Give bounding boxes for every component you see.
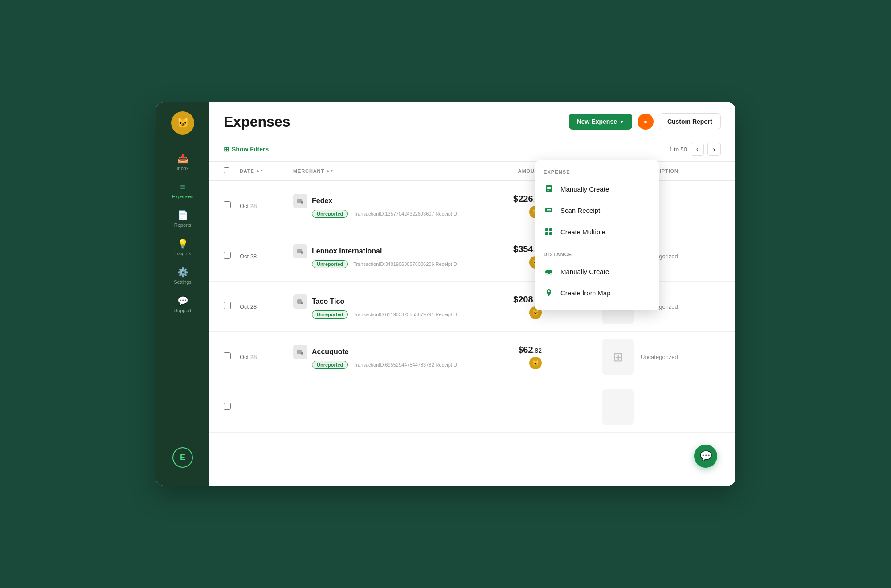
row-checkbox-5[interactable] bbox=[224, 403, 231, 410]
document-icon bbox=[544, 184, 554, 194]
new-expense-button[interactable]: New Expense ▼ bbox=[569, 114, 632, 130]
grid-icon bbox=[544, 226, 554, 237]
sidebar-item-inbox[interactable]: 📥 Inbox bbox=[156, 148, 209, 176]
page-title: Expenses bbox=[224, 114, 290, 130]
user-initial: E bbox=[180, 453, 185, 462]
avatar: 🐱 bbox=[529, 357, 542, 369]
sidebar-item-label: Settings bbox=[174, 279, 192, 285]
chat-icon: 💬 bbox=[700, 450, 712, 462]
row-checkbox-1[interactable] bbox=[224, 201, 231, 208]
filters-bar: ⊞ Show Filters 1 to 50 ‹ › bbox=[224, 137, 721, 161]
prev-page-button[interactable]: ‹ bbox=[691, 143, 704, 156]
notification-icon: ● bbox=[644, 118, 647, 125]
manually-create-expense-label: Manually Create bbox=[560, 185, 609, 193]
svg-point-22 bbox=[550, 273, 552, 274]
svg-rect-11 bbox=[547, 190, 549, 191]
expense-amount: $62.82 bbox=[518, 345, 542, 355]
sidebar-item-label: Expenses bbox=[172, 194, 193, 199]
manually-create-distance-item[interactable]: Manually Create bbox=[535, 261, 659, 282]
col-header-merchant[interactable]: MERCHANT ▲▼ bbox=[293, 168, 480, 174]
table-row[interactable]: Oct 28 Accuquote bbox=[209, 332, 735, 382]
sidebar-item-insights[interactable]: 💡 Insights bbox=[156, 233, 209, 261]
sidebar-item-support[interactable]: 💬 Support bbox=[156, 290, 209, 318]
insights-icon: 💡 bbox=[177, 238, 188, 249]
notification-bubble[interactable]: ● bbox=[638, 114, 654, 130]
expense-date: Oct 28 bbox=[240, 303, 293, 310]
scan-receipt-label: Scan Receipt bbox=[560, 207, 600, 214]
svg-rect-12 bbox=[545, 208, 552, 212]
merchant-icon bbox=[293, 194, 307, 208]
expenses-icon: ≡ bbox=[180, 182, 185, 192]
sidebar-item-label: Insights bbox=[174, 251, 191, 256]
col-header-date[interactable]: DATE ▲▼ bbox=[240, 168, 293, 174]
expense-date: Oct 28 bbox=[240, 203, 293, 209]
show-filters-label: Show Filters bbox=[232, 146, 269, 153]
filter-icon: ⊞ bbox=[224, 146, 229, 153]
svg-point-23 bbox=[548, 290, 550, 292]
reports-icon: 📄 bbox=[177, 210, 188, 220]
svg-rect-14 bbox=[547, 211, 551, 212]
merchant-name: Accuquote bbox=[312, 348, 349, 356]
merchant-name: Fedex bbox=[312, 197, 332, 205]
create-from-map-label: Create from Map bbox=[560, 289, 611, 297]
chevron-down-icon: ▼ bbox=[620, 119, 624, 124]
svg-rect-10 bbox=[547, 188, 551, 189]
merchant-name: Taco Tico bbox=[312, 298, 344, 306]
scan-receipt-item[interactable]: Scan Receipt bbox=[535, 200, 659, 221]
status-badge: Unreported bbox=[312, 210, 348, 218]
sidebar-item-settings[interactable]: ⚙️ Settings bbox=[156, 261, 209, 290]
car-icon bbox=[544, 266, 554, 277]
create-multiple-label: Create Multiple bbox=[560, 228, 605, 236]
sidebar-logo[interactable]: 🐱 bbox=[171, 111, 194, 135]
chat-bubble-button[interactable]: 💬 bbox=[694, 445, 717, 468]
svg-rect-13 bbox=[547, 209, 551, 210]
sidebar: 🐱 📥 Inbox ≡ Expenses 📄 Reports 💡 Insight… bbox=[156, 102, 209, 486]
row-checkbox-2[interactable] bbox=[224, 252, 231, 259]
next-page-button[interactable]: › bbox=[707, 143, 721, 156]
sidebar-item-label: Reports bbox=[174, 222, 192, 228]
pagination: 1 to 50 ‹ › bbox=[669, 143, 721, 156]
svg-rect-18 bbox=[549, 232, 552, 235]
select-all-checkbox[interactable] bbox=[224, 167, 229, 173]
create-multiple-item[interactable]: Create Multiple bbox=[535, 221, 659, 242]
merchant-icon bbox=[293, 244, 307, 258]
merchant-icon bbox=[293, 345, 307, 359]
custom-report-button[interactable]: Custom Report bbox=[659, 113, 721, 130]
manually-create-distance-label: Manually Create bbox=[560, 268, 609, 275]
table-row[interactable] bbox=[209, 382, 735, 433]
sidebar-item-expenses[interactable]: ≡ Expenses bbox=[156, 176, 209, 204]
svg-rect-16 bbox=[549, 228, 552, 231]
new-expense-label: New Expense bbox=[577, 118, 617, 125]
svg-rect-17 bbox=[545, 232, 548, 235]
sidebar-item-reports[interactable]: 📄 Reports bbox=[156, 204, 209, 233]
svg-point-3 bbox=[301, 251, 303, 254]
create-from-map-item[interactable]: Create from Map bbox=[535, 282, 659, 303]
scan-icon bbox=[544, 205, 554, 216]
svg-point-21 bbox=[546, 273, 548, 274]
svg-rect-20 bbox=[547, 270, 551, 271]
receipt-grid-icon: ⊞ bbox=[613, 350, 623, 364]
pin-icon bbox=[544, 287, 554, 298]
pagination-text: 1 to 50 bbox=[669, 146, 687, 153]
inbox-icon: 📥 bbox=[177, 153, 188, 164]
expense-date: Oct 28 bbox=[240, 354, 293, 360]
expense-description: Uncategorized bbox=[641, 354, 721, 360]
row-checkbox-4[interactable] bbox=[224, 352, 231, 359]
sort-icon-merchant: ▲▼ bbox=[326, 169, 334, 173]
status-badge: Unreported bbox=[312, 310, 348, 318]
row-checkbox-3[interactable] bbox=[224, 302, 231, 309]
status-badge: Unreported bbox=[312, 361, 348, 369]
transaction-id: TransactionID:611903323553679791 Receipt… bbox=[353, 312, 458, 317]
transaction-id: TransactionID:340190630578006206 Receipt… bbox=[353, 261, 458, 267]
svg-rect-9 bbox=[547, 187, 551, 188]
expense-receipt[interactable] bbox=[602, 389, 634, 425]
expense-receipt[interactable]: ⊞ bbox=[602, 339, 634, 375]
settings-icon: ⚙️ bbox=[177, 267, 188, 278]
user-avatar[interactable]: E bbox=[172, 447, 193, 468]
svg-rect-15 bbox=[545, 228, 548, 231]
show-filters-button[interactable]: ⊞ Show Filters bbox=[224, 146, 269, 153]
manually-create-expense-item[interactable]: Manually Create bbox=[535, 178, 659, 200]
transaction-id: TransactionID:695529447844783782 Receipt… bbox=[353, 362, 458, 368]
merchant-name: Lennox International bbox=[312, 247, 382, 255]
sidebar-item-label: Inbox bbox=[177, 166, 189, 171]
